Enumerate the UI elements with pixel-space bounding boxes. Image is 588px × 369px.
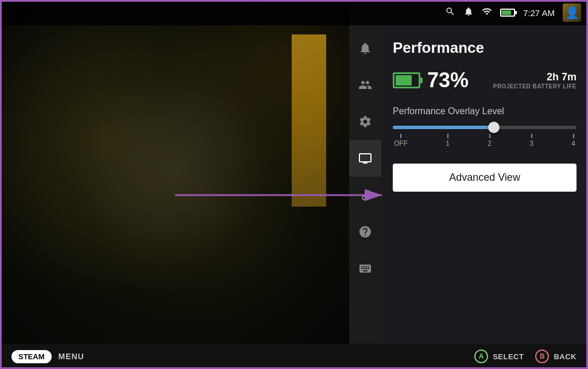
select-action: A SELECT	[474, 349, 524, 363]
bottom-right: A SELECT B BACK	[474, 349, 577, 363]
tick-label-4: 4	[571, 139, 575, 147]
search-icon[interactable]	[445, 6, 455, 20]
tick-mark-off	[400, 134, 401, 138]
back-label: BACK	[554, 352, 577, 361]
tick-2: 2	[488, 134, 492, 147]
battery-fill	[396, 75, 412, 86]
sidebar-item-notifications[interactable]	[349, 30, 381, 67]
performance-panel: Performance 73% 2h 7m PROJECTED BATTERY …	[381, 25, 588, 344]
back-action: B BACK	[535, 349, 577, 363]
tick-mark-2	[489, 134, 490, 138]
battery-left: 73%	[393, 68, 469, 92]
battery-section: 73% 2h 7m PROJECTED BATTERY LIFE	[393, 68, 577, 92]
sidebar-item-music[interactable]	[349, 177, 381, 213]
bottom-left: STEAM MENU	[11, 350, 84, 363]
battery-icon-top	[500, 9, 515, 17]
slider-fill	[393, 126, 494, 129]
steam-button[interactable]: STEAM	[11, 350, 52, 363]
tick-label-3: 3	[529, 139, 533, 147]
tick-off: OFF	[394, 134, 408, 147]
sidebar-item-settings[interactable]	[349, 103, 381, 140]
select-label: SELECT	[493, 352, 524, 361]
tick-label-2: 2	[488, 139, 492, 147]
a-button[interactable]: A	[474, 349, 488, 363]
bottom-bar: STEAM MENU A SELECT B BACK	[0, 344, 588, 369]
sidebar-item-keyboard[interactable]	[349, 250, 381, 287]
top-bar-icons: 7:27 AM	[445, 3, 581, 22]
tick-3: 3	[529, 134, 533, 147]
wifi-icon	[482, 6, 492, 20]
menu-label: MENU	[59, 352, 84, 361]
bell-icon[interactable]	[463, 6, 474, 20]
advanced-view-button[interactable]: Advanced View	[393, 164, 577, 192]
tick-label-1: 1	[446, 139, 450, 147]
tick-mark-1	[447, 134, 448, 138]
sidebar-item-help[interactable]	[349, 213, 381, 250]
top-bar: 7:27 AM	[0, 0, 588, 25]
battery-icon-large	[393, 72, 420, 88]
overlay-level-label: Performance Overlay Level	[393, 106, 577, 116]
tick-1: 1	[446, 134, 450, 147]
sidebar-item-friends[interactable]	[349, 67, 381, 103]
b-button[interactable]: B	[535, 349, 549, 363]
panel-title: Performance	[393, 39, 577, 57]
game-background	[0, 0, 349, 344]
battery-percent: 73%	[427, 68, 469, 92]
battery-time-label: PROJECTED BATTERY LIFE	[493, 83, 577, 90]
battery-time: 2h 7m	[493, 71, 577, 83]
slider-thumb[interactable]	[488, 122, 500, 133]
tick-mark-3	[531, 134, 532, 138]
slider-track[interactable]	[393, 126, 577, 129]
overlay-slider-container: OFF 1 2 3 4	[393, 126, 577, 147]
game-bg-element	[292, 34, 326, 207]
slider-ticks: OFF 1 2 3 4	[393, 134, 577, 147]
sidebar	[349, 25, 381, 344]
tick-label-off: OFF	[394, 139, 408, 147]
battery-right: 2h 7m PROJECTED BATTERY LIFE	[493, 71, 577, 90]
sidebar-item-performance[interactable]	[349, 140, 381, 177]
top-time: 7:27 AM	[523, 8, 555, 18]
tick-mark-4	[573, 134, 574, 138]
avatar[interactable]	[563, 3, 581, 22]
tick-4: 4	[571, 134, 575, 147]
